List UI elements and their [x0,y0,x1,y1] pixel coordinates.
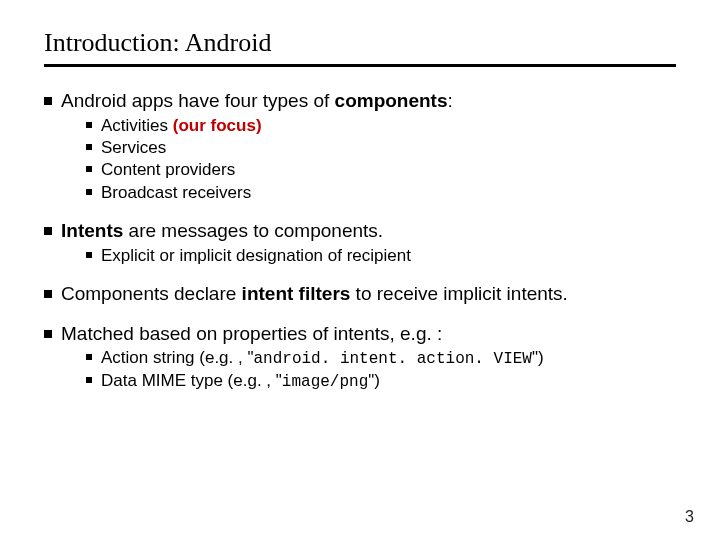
square-bullet-icon [44,227,52,235]
title-underline [44,64,676,67]
text-fragment: Action string (e.g. , " [101,348,254,367]
bullet-group-intent-filters: Components declare intent filters to rec… [44,282,676,306]
subbullet-broadcast-receivers: Broadcast receivers [86,182,676,203]
bullet-intent-filters: Components declare intent filters to rec… [44,282,676,306]
text-fragment: to receive implicit intents. [350,283,568,304]
text-bold: components [335,90,448,111]
subbullet-action-string: Action string (e.g. , "android. intent. … [86,347,676,369]
bullet-intents: Intents are messages to components. [44,219,676,243]
subbullet-services: Services [86,137,676,158]
bullet-text: Content providers [101,159,235,180]
bullet-group-intents: Intents are messages to components. Expl… [44,219,676,266]
text-mono: image/png [282,373,368,391]
slide-title: Introduction: Android [44,28,676,58]
subbullet-content-providers: Content providers [86,159,676,180]
text-fragment: : [448,90,453,111]
square-bullet-icon [44,97,52,105]
bullet-text: Activities (our focus) [101,115,262,136]
square-bullet-icon [86,166,92,172]
square-bullet-icon [86,144,92,150]
text-bold: intent filters [242,283,351,304]
text-fragment: ") [368,371,380,390]
square-bullet-icon [86,122,92,128]
bullet-text: Action string (e.g. , "android. intent. … [101,347,544,369]
text-fragment: Activities [101,116,173,135]
bullet-group-matching: Matched based on properties of intents, … [44,322,676,393]
square-bullet-icon [44,290,52,298]
square-bullet-icon [86,377,92,383]
page-number: 3 [685,508,694,526]
text-red: (our focus) [173,116,262,135]
text-fragment: ") [532,348,544,367]
subbullet-mime-type: Data MIME type (e.g. , "image/png") [86,370,676,392]
bullet-text: Services [101,137,166,158]
text-fragment: Android apps have four types of [61,90,335,111]
text-fragment: Data MIME type (e.g. , " [101,371,282,390]
square-bullet-icon [44,330,52,338]
bullet-text: Intents are messages to components. [61,219,383,243]
subbullet-activities: Activities (our focus) [86,115,676,136]
bullet-matching: Matched based on properties of intents, … [44,322,676,346]
text-mono: android. intent. action. VIEW [254,350,532,368]
bullet-components: Android apps have four types of componen… [44,89,676,113]
square-bullet-icon [86,189,92,195]
text-bold: Intents [61,220,123,241]
square-bullet-icon [86,354,92,360]
bullet-text: Matched based on properties of intents, … [61,322,442,346]
bullet-group-components: Android apps have four types of componen… [44,89,676,203]
bullet-text: Broadcast receivers [101,182,251,203]
square-bullet-icon [86,252,92,258]
text-fragment: Components declare [61,283,242,304]
text-fragment: are messages to components. [123,220,383,241]
bullet-text: Data MIME type (e.g. , "image/png") [101,370,380,392]
bullet-text: Components declare intent filters to rec… [61,282,568,306]
subbullet-designation: Explicit or implicit designation of reci… [86,245,676,266]
bullet-text: Android apps have four types of componen… [61,89,453,113]
bullet-text: Explicit or implicit designation of reci… [101,245,411,266]
